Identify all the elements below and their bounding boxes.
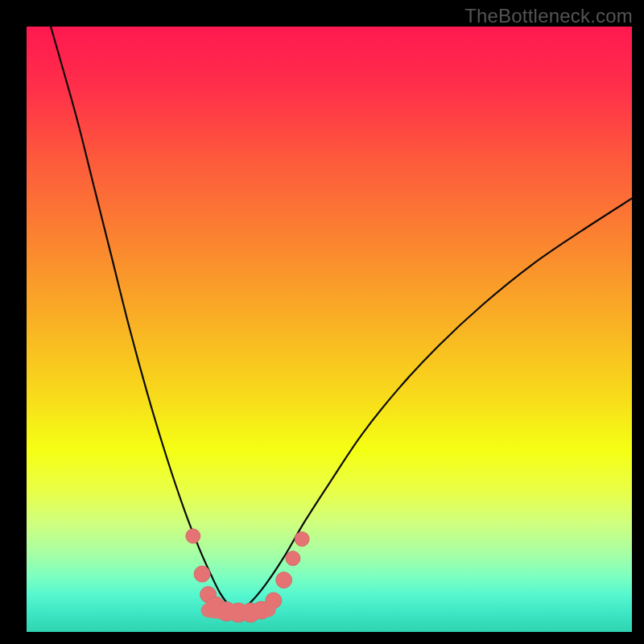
watermark-label: TheBottleneck.com: [464, 5, 633, 27]
plot-svg: [27, 27, 632, 632]
svg-point-2: [194, 566, 210, 582]
svg-rect-0: [27, 27, 632, 632]
svg-point-12: [295, 532, 309, 547]
svg-point-10: [276, 572, 292, 588]
svg-point-11: [286, 551, 300, 566]
svg-point-1: [186, 529, 200, 543]
chart-frame: TheBottleneck.com: [0, 0, 644, 644]
plot-area: [27, 27, 632, 632]
